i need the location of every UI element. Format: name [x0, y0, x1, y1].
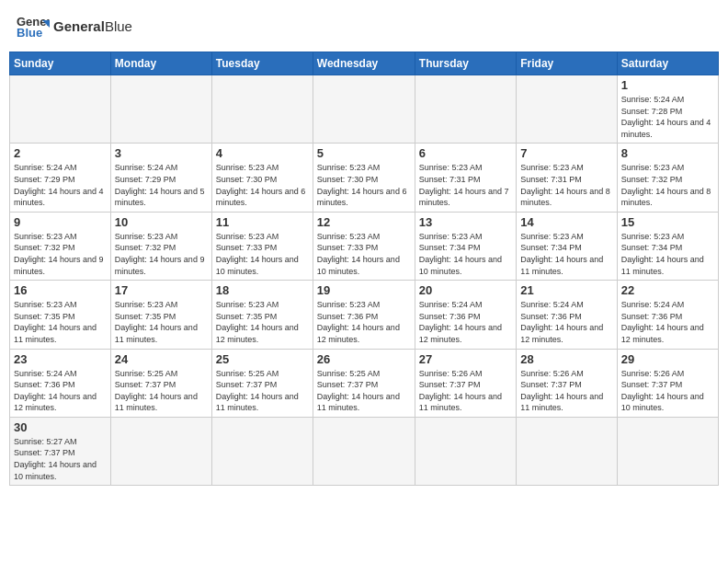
day-info: Sunrise: 5:23 AMSunset: 7:32 PMDaylight:…: [115, 231, 208, 277]
calendar-cell: 12Sunrise: 5:23 AMSunset: 7:33 PMDayligh…: [313, 212, 415, 280]
calendar-cell: [415, 75, 516, 144]
calendar-cell: 11Sunrise: 5:23 AMSunset: 7:33 PMDayligh…: [211, 212, 313, 280]
calendar-cell: 19Sunrise: 5:23 AMSunset: 7:36 PMDayligh…: [313, 281, 415, 349]
day-info: Sunrise: 5:24 AMSunset: 7:36 PMDaylight:…: [419, 299, 512, 345]
calendar-cell: 27Sunrise: 5:26 AMSunset: 7:37 PMDayligh…: [415, 349, 516, 417]
calendar-cell: [415, 417, 516, 485]
day-number: 26: [317, 352, 411, 366]
day-info: Sunrise: 5:23 AMSunset: 7:33 PMDaylight:…: [317, 231, 411, 277]
day-info: Sunrise: 5:23 AMSunset: 7:36 PMDaylight:…: [317, 299, 411, 345]
calendar-cell: 24Sunrise: 5:25 AMSunset: 7:37 PMDayligh…: [110, 349, 211, 417]
calendar-week-row: 30Sunrise: 5:27 AMSunset: 7:37 PMDayligh…: [10, 417, 719, 485]
day-info: Sunrise: 5:25 AMSunset: 7:37 PMDaylight:…: [216, 368, 309, 414]
day-info: Sunrise: 5:26 AMSunset: 7:37 PMDaylight:…: [621, 368, 714, 414]
day-number: 9: [14, 215, 107, 229]
day-info: Sunrise: 5:23 AMSunset: 7:32 PMDaylight:…: [621, 162, 714, 208]
calendar-cell: 23Sunrise: 5:24 AMSunset: 7:36 PMDayligh…: [10, 349, 111, 417]
day-info: Sunrise: 5:23 AMSunset: 7:35 PMDaylight:…: [115, 299, 208, 345]
calendar-cell: [517, 75, 617, 144]
day-number: 10: [115, 215, 208, 229]
calendar-cell: 18Sunrise: 5:23 AMSunset: 7:35 PMDayligh…: [211, 281, 313, 349]
calendar-cell: 2Sunrise: 5:24 AMSunset: 7:29 PMDaylight…: [10, 144, 111, 212]
day-info: Sunrise: 5:23 AMSunset: 7:33 PMDaylight:…: [216, 231, 309, 277]
day-info: Sunrise: 5:27 AMSunset: 7:37 PMDaylight:…: [14, 436, 107, 482]
day-info: Sunrise: 5:24 AMSunset: 7:36 PMDaylight:…: [621, 299, 714, 345]
calendar-cell: 25Sunrise: 5:25 AMSunset: 7:37 PMDayligh…: [211, 349, 313, 417]
calendar-cell: 15Sunrise: 5:23 AMSunset: 7:34 PMDayligh…: [617, 212, 718, 280]
calendar-cell: 20Sunrise: 5:24 AMSunset: 7:36 PMDayligh…: [415, 281, 516, 349]
logo: General Blue GeneralBlue: [17, 13, 132, 40]
day-number: 2: [14, 146, 107, 160]
calendar-cell: [211, 75, 313, 144]
day-info: Sunrise: 5:25 AMSunset: 7:37 PMDaylight:…: [115, 368, 208, 414]
day-info: Sunrise: 5:24 AMSunset: 7:36 PMDaylight:…: [14, 368, 107, 414]
calendar-cell: [110, 75, 211, 144]
day-info: Sunrise: 5:24 AMSunset: 7:29 PMDaylight:…: [14, 162, 107, 208]
day-number: 14: [520, 215, 612, 229]
day-info: Sunrise: 5:24 AMSunset: 7:29 PMDaylight:…: [115, 162, 208, 208]
day-info: Sunrise: 5:23 AMSunset: 7:31 PMDaylight:…: [520, 162, 612, 208]
day-number: 1: [621, 78, 714, 92]
calendar-header-friday: Friday: [517, 52, 617, 75]
day-number: 6: [419, 146, 512, 160]
calendar-week-row: 9Sunrise: 5:23 AMSunset: 7:32 PMDaylight…: [10, 212, 719, 280]
calendar-cell: 6Sunrise: 5:23 AMSunset: 7:31 PMDaylight…: [415, 144, 516, 212]
calendar-cell: 9Sunrise: 5:23 AMSunset: 7:32 PMDaylight…: [10, 212, 111, 280]
calendar-cell: 16Sunrise: 5:23 AMSunset: 7:35 PMDayligh…: [10, 281, 111, 349]
calendar-cell: 10Sunrise: 5:23 AMSunset: 7:32 PMDayligh…: [110, 212, 211, 280]
calendar-cell: 7Sunrise: 5:23 AMSunset: 7:31 PMDaylight…: [517, 144, 617, 212]
calendar-week-row: 16Sunrise: 5:23 AMSunset: 7:35 PMDayligh…: [10, 281, 719, 349]
calendar-cell: 5Sunrise: 5:23 AMSunset: 7:30 PMDaylight…: [313, 144, 415, 212]
day-info: Sunrise: 5:24 AMSunset: 7:36 PMDaylight:…: [520, 299, 612, 345]
day-number: 11: [216, 215, 309, 229]
calendar-header-wednesday: Wednesday: [313, 52, 415, 75]
calendar-cell: [10, 75, 111, 144]
day-number: 21: [520, 283, 612, 297]
day-number: 22: [621, 283, 714, 297]
calendar-cell: 1Sunrise: 5:24 AMSunset: 7:28 PMDaylight…: [617, 75, 718, 144]
calendar-cell: 4Sunrise: 5:23 AMSunset: 7:30 PMDaylight…: [211, 144, 313, 212]
calendar-header-sunday: Sunday: [10, 52, 111, 75]
day-info: Sunrise: 5:23 AMSunset: 7:35 PMDaylight:…: [14, 299, 107, 345]
calendar-cell: [517, 417, 617, 485]
day-number: 4: [216, 146, 309, 160]
calendar-cell: 21Sunrise: 5:24 AMSunset: 7:36 PMDayligh…: [517, 281, 617, 349]
calendar-cell: 28Sunrise: 5:26 AMSunset: 7:37 PMDayligh…: [517, 349, 617, 417]
day-info: Sunrise: 5:23 AMSunset: 7:35 PMDaylight:…: [216, 299, 309, 345]
day-number: 23: [14, 352, 107, 366]
day-number: 3: [115, 146, 208, 160]
day-number: 28: [520, 352, 612, 366]
day-number: 20: [419, 283, 512, 297]
day-info: Sunrise: 5:25 AMSunset: 7:37 PMDaylight:…: [317, 368, 411, 414]
calendar-cell: [110, 417, 211, 485]
calendar-week-row: 23Sunrise: 5:24 AMSunset: 7:36 PMDayligh…: [10, 349, 719, 417]
calendar-cell: 14Sunrise: 5:23 AMSunset: 7:34 PMDayligh…: [517, 212, 617, 280]
day-info: Sunrise: 5:26 AMSunset: 7:37 PMDaylight:…: [520, 368, 612, 414]
day-number: 29: [621, 352, 714, 366]
calendar-header-monday: Monday: [110, 52, 211, 75]
day-number: 7: [520, 146, 612, 160]
day-number: 19: [317, 283, 411, 297]
day-info: Sunrise: 5:23 AMSunset: 7:30 PMDaylight:…: [317, 162, 411, 208]
day-info: Sunrise: 5:23 AMSunset: 7:32 PMDaylight:…: [14, 231, 107, 277]
day-number: 5: [317, 146, 411, 160]
day-info: Sunrise: 5:23 AMSunset: 7:30 PMDaylight:…: [216, 162, 309, 208]
day-number: 24: [115, 352, 208, 366]
calendar-cell: 26Sunrise: 5:25 AMSunset: 7:37 PMDayligh…: [313, 349, 415, 417]
day-number: 27: [419, 352, 512, 366]
day-info: Sunrise: 5:23 AMSunset: 7:34 PMDaylight:…: [621, 231, 714, 277]
calendar-header-row: SundayMondayTuesdayWednesdayThursdayFrid…: [10, 52, 719, 75]
calendar-cell: [211, 417, 313, 485]
calendar-cell: 17Sunrise: 5:23 AMSunset: 7:35 PMDayligh…: [110, 281, 211, 349]
day-number: 30: [14, 420, 107, 434]
day-info: Sunrise: 5:24 AMSunset: 7:28 PMDaylight:…: [621, 94, 714, 140]
logo-icon: General Blue: [17, 13, 50, 40]
day-number: 18: [216, 283, 309, 297]
calendar-cell: 13Sunrise: 5:23 AMSunset: 7:34 PMDayligh…: [415, 212, 516, 280]
day-number: 25: [216, 352, 309, 366]
calendar-table: SundayMondayTuesdayWednesdayThursdayFrid…: [9, 52, 719, 486]
day-number: 12: [317, 215, 411, 229]
day-info: Sunrise: 5:23 AMSunset: 7:31 PMDaylight:…: [419, 162, 512, 208]
calendar-week-row: 1Sunrise: 5:24 AMSunset: 7:28 PMDaylight…: [10, 75, 719, 144]
day-number: 13: [419, 215, 512, 229]
